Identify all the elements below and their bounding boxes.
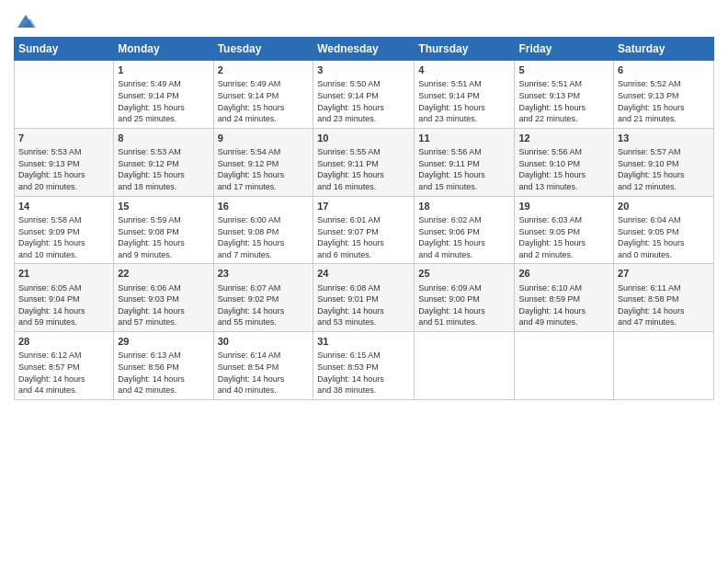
cell-content: Sunrise: 5:50 AM Sunset: 9:14 PM Dayligh… bbox=[317, 78, 410, 124]
calendar-week-row: 21Sunrise: 6:05 AM Sunset: 9:04 PM Dayli… bbox=[15, 264, 714, 332]
calendar-week-row: 1Sunrise: 5:49 AM Sunset: 9:14 PM Daylig… bbox=[15, 61, 714, 129]
logo-icon bbox=[16, 11, 36, 31]
cell-content: Sunrise: 5:56 AM Sunset: 9:10 PM Dayligh… bbox=[518, 146, 609, 192]
cell-content: Sunrise: 6:02 AM Sunset: 9:06 PM Dayligh… bbox=[418, 214, 510, 260]
calendar-cell bbox=[515, 332, 614, 400]
calendar-cell bbox=[415, 332, 515, 400]
day-number: 28 bbox=[18, 335, 109, 349]
calendar-cell: 24Sunrise: 6:08 AM Sunset: 9:01 PM Dayli… bbox=[313, 264, 415, 332]
cell-content: Sunrise: 6:05 AM Sunset: 9:04 PM Dayligh… bbox=[18, 282, 109, 328]
day-number: 17 bbox=[317, 200, 410, 213]
day-number: 7 bbox=[18, 132, 109, 145]
cell-content: Sunrise: 6:03 AM Sunset: 9:05 PM Dayligh… bbox=[518, 214, 609, 260]
day-number: 9 bbox=[218, 132, 310, 145]
cell-content: Sunrise: 5:52 AM Sunset: 9:13 PM Dayligh… bbox=[618, 78, 710, 124]
cell-content: Sunrise: 5:51 AM Sunset: 9:14 PM Dayligh… bbox=[418, 78, 510, 124]
calendar-cell: 2Sunrise: 5:49 AM Sunset: 9:14 PM Daylig… bbox=[213, 61, 313, 129]
day-number: 2 bbox=[218, 63, 310, 77]
cell-content: Sunrise: 5:49 AM Sunset: 9:14 PM Dayligh… bbox=[118, 78, 209, 124]
cell-content: Sunrise: 6:01 AM Sunset: 9:07 PM Dayligh… bbox=[317, 214, 410, 260]
cell-content: Sunrise: 5:58 AM Sunset: 9:09 PM Dayligh… bbox=[18, 214, 109, 260]
calendar-cell: 7Sunrise: 5:53 AM Sunset: 9:13 PM Daylig… bbox=[15, 128, 114, 196]
calendar-table: SundayMondayTuesdayWednesdayThursdayFrid… bbox=[14, 37, 714, 400]
calendar-cell: 15Sunrise: 5:59 AM Sunset: 9:08 PM Dayli… bbox=[114, 196, 213, 264]
cell-content: Sunrise: 5:59 AM Sunset: 9:08 PM Dayligh… bbox=[118, 214, 209, 260]
day-number: 3 bbox=[317, 63, 410, 77]
day-number: 25 bbox=[418, 267, 510, 281]
calendar-cell: 3Sunrise: 5:50 AM Sunset: 9:14 PM Daylig… bbox=[313, 61, 415, 129]
cell-content: Sunrise: 5:55 AM Sunset: 9:11 PM Dayligh… bbox=[317, 146, 410, 192]
day-number: 1 bbox=[118, 63, 209, 77]
cell-content: Sunrise: 6:08 AM Sunset: 9:01 PM Dayligh… bbox=[317, 282, 410, 328]
cell-content: Sunrise: 5:49 AM Sunset: 9:14 PM Dayligh… bbox=[218, 78, 310, 124]
calendar-cell: 22Sunrise: 6:06 AM Sunset: 9:03 PM Dayli… bbox=[114, 264, 213, 332]
day-number: 29 bbox=[118, 335, 209, 349]
calendar-cell: 13Sunrise: 5:57 AM Sunset: 9:10 PM Dayli… bbox=[614, 128, 714, 196]
calendar-cell: 10Sunrise: 5:55 AM Sunset: 9:11 PM Dayli… bbox=[313, 128, 415, 196]
calendar-header-tuesday: Tuesday bbox=[213, 38, 313, 61]
day-number: 5 bbox=[518, 63, 609, 77]
day-number: 18 bbox=[418, 200, 510, 213]
day-number: 19 bbox=[518, 200, 609, 213]
cell-content: Sunrise: 5:57 AM Sunset: 9:10 PM Dayligh… bbox=[618, 146, 710, 192]
day-number: 4 bbox=[418, 63, 510, 77]
header bbox=[14, 9, 714, 31]
day-number: 12 bbox=[518, 132, 609, 145]
day-number: 22 bbox=[118, 267, 209, 281]
logo-text bbox=[14, 13, 36, 31]
day-number: 21 bbox=[18, 267, 109, 281]
calendar-cell: 23Sunrise: 6:07 AM Sunset: 9:02 PM Dayli… bbox=[213, 264, 313, 332]
cell-content: Sunrise: 6:09 AM Sunset: 9:00 PM Dayligh… bbox=[418, 282, 510, 328]
calendar-cell: 11Sunrise: 5:56 AM Sunset: 9:11 PM Dayli… bbox=[415, 128, 515, 196]
day-number: 6 bbox=[618, 63, 710, 77]
calendar-header-thursday: Thursday bbox=[415, 38, 515, 61]
cell-content: Sunrise: 6:13 AM Sunset: 8:56 PM Dayligh… bbox=[118, 350, 209, 396]
day-number: 30 bbox=[218, 335, 310, 349]
cell-content: Sunrise: 6:07 AM Sunset: 9:02 PM Dayligh… bbox=[218, 282, 310, 328]
calendar-header-sunday: Sunday bbox=[15, 38, 114, 61]
calendar-header-monday: Monday bbox=[114, 38, 213, 61]
calendar-week-row: 14Sunrise: 5:58 AM Sunset: 9:09 PM Dayli… bbox=[15, 196, 714, 264]
cell-content: Sunrise: 5:56 AM Sunset: 9:11 PM Dayligh… bbox=[418, 146, 510, 192]
cell-content: Sunrise: 6:15 AM Sunset: 8:53 PM Dayligh… bbox=[317, 350, 410, 396]
calendar-cell: 31Sunrise: 6:15 AM Sunset: 8:53 PM Dayli… bbox=[313, 332, 415, 400]
calendar-cell: 14Sunrise: 5:58 AM Sunset: 9:09 PM Dayli… bbox=[15, 196, 114, 264]
cell-content: Sunrise: 6:06 AM Sunset: 9:03 PM Dayligh… bbox=[118, 282, 209, 328]
calendar-cell: 27Sunrise: 6:11 AM Sunset: 8:58 PM Dayli… bbox=[614, 264, 714, 332]
calendar-cell: 26Sunrise: 6:10 AM Sunset: 8:59 PM Dayli… bbox=[515, 264, 614, 332]
calendar-week-row: 7Sunrise: 5:53 AM Sunset: 9:13 PM Daylig… bbox=[15, 128, 714, 196]
day-number: 10 bbox=[317, 132, 410, 145]
day-number: 11 bbox=[418, 132, 510, 145]
day-number: 31 bbox=[317, 335, 410, 349]
calendar-cell: 30Sunrise: 6:14 AM Sunset: 8:54 PM Dayli… bbox=[213, 332, 313, 400]
calendar-week-row: 28Sunrise: 6:12 AM Sunset: 8:57 PM Dayli… bbox=[15, 332, 714, 400]
calendar-cell: 18Sunrise: 6:02 AM Sunset: 9:06 PM Dayli… bbox=[415, 196, 515, 264]
day-number: 16 bbox=[218, 200, 310, 213]
calendar-cell: 8Sunrise: 5:53 AM Sunset: 9:12 PM Daylig… bbox=[114, 128, 213, 196]
cell-content: Sunrise: 5:54 AM Sunset: 9:12 PM Dayligh… bbox=[218, 146, 310, 192]
cell-content: Sunrise: 6:04 AM Sunset: 9:05 PM Dayligh… bbox=[618, 214, 710, 260]
calendar-cell bbox=[15, 61, 114, 129]
calendar-cell: 21Sunrise: 6:05 AM Sunset: 9:04 PM Dayli… bbox=[15, 264, 114, 332]
calendar-cell: 5Sunrise: 5:51 AM Sunset: 9:13 PM Daylig… bbox=[515, 61, 614, 129]
calendar-cell bbox=[614, 332, 714, 400]
calendar-cell: 4Sunrise: 5:51 AM Sunset: 9:14 PM Daylig… bbox=[415, 61, 515, 129]
calendar-header-friday: Friday bbox=[515, 38, 614, 61]
day-number: 23 bbox=[218, 267, 310, 281]
logo bbox=[14, 13, 36, 31]
calendar-header-saturday: Saturday bbox=[614, 38, 714, 61]
day-number: 24 bbox=[317, 267, 410, 281]
cell-content: Sunrise: 6:12 AM Sunset: 8:57 PM Dayligh… bbox=[18, 350, 109, 396]
calendar-cell: 25Sunrise: 6:09 AM Sunset: 9:00 PM Dayli… bbox=[415, 264, 515, 332]
calendar-cell: 19Sunrise: 6:03 AM Sunset: 9:05 PM Dayli… bbox=[515, 196, 614, 264]
calendar-cell: 20Sunrise: 6:04 AM Sunset: 9:05 PM Dayli… bbox=[614, 196, 714, 264]
cell-content: Sunrise: 6:10 AM Sunset: 8:59 PM Dayligh… bbox=[518, 282, 609, 328]
day-number: 27 bbox=[618, 267, 710, 281]
day-number: 15 bbox=[118, 200, 209, 213]
calendar-cell: 6Sunrise: 5:52 AM Sunset: 9:13 PM Daylig… bbox=[614, 61, 714, 129]
calendar-cell: 9Sunrise: 5:54 AM Sunset: 9:12 PM Daylig… bbox=[213, 128, 313, 196]
page: SundayMondayTuesdayWednesdayThursdayFrid… bbox=[0, 0, 728, 563]
calendar-cell: 16Sunrise: 6:00 AM Sunset: 9:08 PM Dayli… bbox=[213, 196, 313, 264]
day-number: 13 bbox=[618, 132, 710, 145]
cell-content: Sunrise: 5:53 AM Sunset: 9:13 PM Dayligh… bbox=[18, 146, 109, 192]
